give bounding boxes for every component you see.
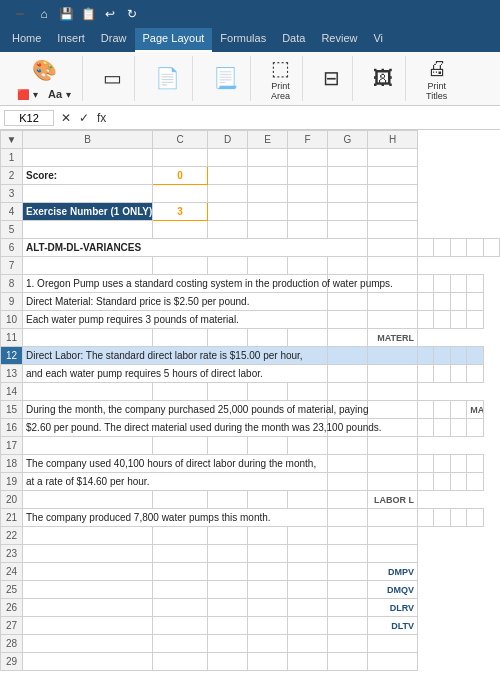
cell-r3-c2[interactable]	[208, 185, 248, 203]
cell-r10-c3[interactable]	[418, 311, 434, 329]
cell-r17-c6[interactable]	[368, 437, 418, 455]
tab-view[interactable]: Vi	[365, 28, 391, 52]
tab-data[interactable]: Data	[274, 28, 313, 52]
cell-r2-c4[interactable]	[288, 167, 328, 185]
cell-r24-c3[interactable]	[248, 563, 288, 581]
cell-r14-c4[interactable]	[288, 383, 328, 401]
cell-r7-c2[interactable]	[208, 257, 248, 275]
undo-icon[interactable]: ↩	[102, 6, 118, 22]
cell-r7-c5[interactable]	[328, 257, 368, 275]
cell-r6-c3[interactable]	[434, 239, 450, 257]
cell-r11-c1[interactable]	[153, 329, 208, 347]
cell-r12-c2[interactable]	[368, 347, 418, 365]
cell-r12-c3[interactable]	[418, 347, 434, 365]
cell-r17-c0[interactable]	[23, 437, 153, 455]
cloud-save-icon[interactable]: 📋	[80, 6, 96, 22]
cell-r21-c1[interactable]	[328, 509, 368, 527]
size-button[interactable]: 📃	[209, 64, 242, 93]
formula-input[interactable]	[113, 112, 496, 124]
colors-button[interactable]: 🟥 ▾	[14, 88, 41, 101]
cell-r26-c6[interactable]: DLRV	[368, 599, 418, 617]
cell-r23-c0[interactable]	[23, 545, 153, 563]
col-header-h[interactable]: H	[368, 131, 418, 149]
cell-r21-c3[interactable]	[418, 509, 434, 527]
cell-r19-c6[interactable]	[467, 473, 483, 491]
cell-r23-c4[interactable]	[288, 545, 328, 563]
cell-r19-c2[interactable]	[368, 473, 418, 491]
cell-r25-c5[interactable]	[328, 581, 368, 599]
cell-r9-c5[interactable]	[450, 293, 466, 311]
cell-r9-c0[interactable]: Direct Material: Standard price is $2.50…	[23, 293, 328, 311]
row-header-21[interactable]: 21	[1, 509, 23, 527]
row-header-5[interactable]: 5	[1, 221, 23, 239]
cell-r13-c2[interactable]	[368, 365, 418, 383]
row-header-22[interactable]: 22	[1, 527, 23, 545]
row-header-15[interactable]: 15	[1, 401, 23, 419]
cell-r2-c6[interactable]	[368, 167, 418, 185]
row-header-14[interactable]: 14	[1, 383, 23, 401]
cell-r4-c6[interactable]	[368, 203, 418, 221]
cell-r25-c3[interactable]	[248, 581, 288, 599]
home-icon[interactable]: ⌂	[36, 6, 52, 22]
cell-r14-c6[interactable]	[368, 383, 418, 401]
cell-r16-c3[interactable]	[418, 419, 434, 437]
cell-r1-c4[interactable]	[288, 149, 328, 167]
cell-r17-c5[interactable]	[328, 437, 368, 455]
col-header-e[interactable]: E	[248, 131, 288, 149]
cell-r21-c5[interactable]	[450, 509, 466, 527]
row-header-11[interactable]: 11	[1, 329, 23, 347]
cell-r19-c0[interactable]: at a rate of $14.60 per hour.	[23, 473, 328, 491]
cell-r12-c1[interactable]	[328, 347, 368, 365]
cell-r13-c0[interactable]: and each water pump requires 5 hours of …	[23, 365, 328, 383]
cell-r12-c5[interactable]	[450, 347, 466, 365]
cell-r2-c1[interactable]: 0	[153, 167, 208, 185]
cell-r28-c2[interactable]	[208, 635, 248, 653]
cell-r15-c4[interactable]	[434, 401, 450, 419]
cell-r26-c0[interactable]	[23, 599, 153, 617]
cell-r10-c0[interactable]: Each water pump requires 3 pounds of mat…	[23, 311, 328, 329]
col-header-f[interactable]: F	[288, 131, 328, 149]
autosave-toggle[interactable]	[16, 13, 24, 15]
col-header-b[interactable]: B	[23, 131, 153, 149]
cell-r19-c3[interactable]	[418, 473, 434, 491]
cell-r20-c5[interactable]	[328, 491, 368, 509]
tab-draw[interactable]: Draw	[93, 28, 135, 52]
cell-r12-c0[interactable]: Direct Labor: The standard direct labor …	[23, 347, 328, 365]
cell-r18-c0[interactable]: The company used 40,100 hours of direct …	[23, 455, 328, 473]
cell-r13-c5[interactable]	[450, 365, 466, 383]
row-header-9[interactable]: 9	[1, 293, 23, 311]
cell-r6-c0[interactable]: ALT-DM-DL-VARIANCES	[23, 239, 368, 257]
row-header-27[interactable]: 27	[1, 617, 23, 635]
cell-r9-c1[interactable]	[328, 293, 368, 311]
cell-r9-c6[interactable]	[467, 293, 483, 311]
background-button[interactable]: 🖼	[369, 65, 397, 93]
row-header-17[interactable]: 17	[1, 437, 23, 455]
cell-r2-c5[interactable]	[328, 167, 368, 185]
cell-r14-c2[interactable]	[208, 383, 248, 401]
cell-r5-c1[interactable]	[153, 221, 208, 239]
cell-r3-c1[interactable]	[153, 185, 208, 203]
row-header-26[interactable]: 26	[1, 599, 23, 617]
cell-r27-c3[interactable]	[248, 617, 288, 635]
cell-r17-c4[interactable]	[288, 437, 328, 455]
tab-formulas[interactable]: Formulas	[212, 28, 274, 52]
cell-r22-c3[interactable]	[248, 527, 288, 545]
insert-function-button[interactable]: fx	[94, 111, 109, 125]
print-area-button[interactable]: ⬚ PrintArea	[267, 54, 294, 103]
cell-r4-c2[interactable]	[208, 203, 248, 221]
cell-r25-c2[interactable]	[208, 581, 248, 599]
cell-r23-c1[interactable]	[153, 545, 208, 563]
cell-r1-c3[interactable]	[248, 149, 288, 167]
cell-r4-c5[interactable]	[328, 203, 368, 221]
cell-r3-c4[interactable]	[288, 185, 328, 203]
cell-r25-c4[interactable]	[288, 581, 328, 599]
margins-button[interactable]: ▭	[99, 64, 126, 93]
cell-r8-c5[interactable]	[450, 275, 466, 293]
cell-r24-c2[interactable]	[208, 563, 248, 581]
cell-r6-c4[interactable]	[450, 239, 466, 257]
cell-r28-c1[interactable]	[153, 635, 208, 653]
cell-r24-c5[interactable]	[328, 563, 368, 581]
cell-r26-c2[interactable]	[208, 599, 248, 617]
cell-r15-c2[interactable]	[368, 401, 418, 419]
row-header-25[interactable]: 25	[1, 581, 23, 599]
